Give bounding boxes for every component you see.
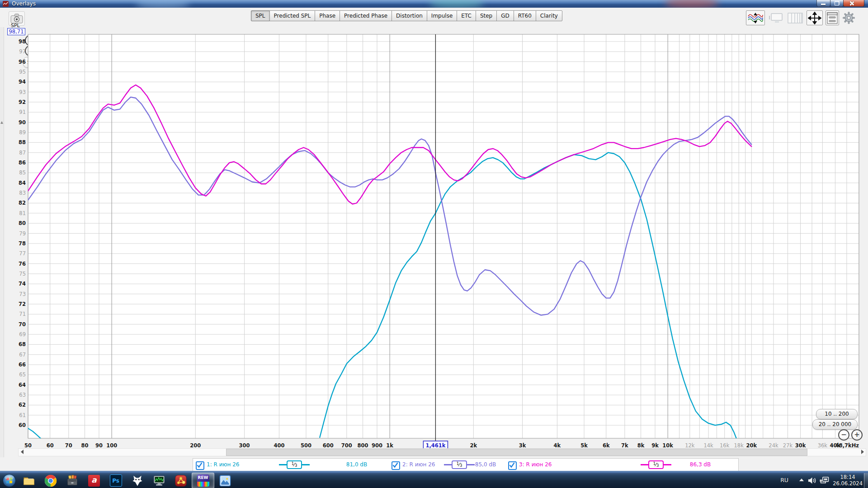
tab-gd[interactable]: GD: [496, 10, 514, 21]
amd-icon: a: [88, 475, 100, 487]
range-10-200-button[interactable]: 10 .. 200: [816, 409, 858, 419]
trace-1-smoothing-badge[interactable]: 1⁄3: [279, 460, 310, 469]
trace-2-name[interactable]: 2: R июн 26: [402, 461, 435, 468]
cursor-frequency-label: 1,461k: [425, 442, 445, 449]
toolbar: SPLPredicted SPLPhasePredicted PhaseDist…: [0, 8, 868, 27]
graph-limits-button[interactable]: [826, 10, 839, 25]
x-axis-tick-label: 20k: [746, 442, 757, 449]
y-axis-tick-label: 78: [19, 240, 26, 247]
trace-3-name[interactable]: 3: R июн 26: [519, 461, 552, 468]
minimize-button[interactable]: [816, 0, 830, 7]
tab-distortion[interactable]: Distortion: [392, 10, 427, 21]
graph-area: SPL 98,71 + − SPL 9897969594939291908988…: [0, 27, 868, 457]
taskbar-app-rew[interactable]: REW: [192, 473, 214, 488]
pan-mode-button[interactable]: [807, 10, 823, 25]
x-axis-tick-label: 18k: [734, 442, 744, 449]
spl-chart[interactable]: 9897969594939291908988878685848382818079…: [14, 27, 865, 457]
language-indicator[interactable]: RU: [780, 477, 788, 483]
y-axis-tick-label: 63: [19, 392, 26, 398]
zoom-in-x-button[interactable]: +: [851, 429, 863, 441]
frequency-scrollbar[interactable]: [18, 448, 866, 456]
close-button[interactable]: [843, 0, 864, 7]
range-20-20000-button[interactable]: 20 .. 20 000: [812, 419, 858, 430]
x-axis-tick-label: 24k: [769, 442, 778, 449]
network-icon[interactable]: [819, 477, 829, 484]
y-axis-tick-label: 64: [19, 382, 26, 388]
trace-1-checkbox[interactable]: [196, 461, 204, 470]
y-axis-tick-label: 61: [19, 412, 26, 418]
taskbar-app-image-viewer[interactable]: [214, 473, 236, 488]
scrollbar-thumb[interactable]: [226, 449, 807, 456]
taskbar-app-explorer[interactable]: [18, 473, 40, 488]
x-axis-tick-label: 7k: [621, 442, 628, 449]
thumbnail-view-button[interactable]: [768, 11, 784, 25]
tab-predicted-phase[interactable]: Predicted Phase: [340, 10, 392, 21]
trace-3-smoothing-badge[interactable]: 1⁄3: [641, 460, 671, 469]
x-axis-tick-label: 600: [323, 442, 334, 449]
trace-3-checkbox[interactable]: [508, 461, 517, 470]
photoshop-icon: Ps: [110, 474, 122, 487]
tray-time: 18:14: [833, 474, 863, 480]
taskbar-app-foobar[interactable]: [127, 473, 148, 488]
y-axis-tick-label: 72: [19, 301, 26, 307]
tab-etc[interactable]: ETC: [457, 10, 476, 21]
window-title: Overlays: [12, 0, 36, 7]
frequency-bands-button[interactable]: [787, 11, 804, 25]
check-icon: [509, 462, 515, 468]
volume-icon[interactable]: [807, 477, 817, 484]
scroll-right-icon[interactable]: [859, 449, 866, 455]
pan-arrows-icon: [808, 12, 821, 24]
taskbar-app-file-cabinet[interactable]: [61, 473, 83, 488]
y-axis-tick-label: 97: [19, 48, 26, 55]
zoom-out-x-button[interactable]: −: [838, 429, 849, 441]
tab-clarity[interactable]: Clarity: [536, 10, 562, 21]
trace-2-checkbox[interactable]: [392, 461, 400, 470]
y-axis-tick-label: 98: [19, 38, 26, 45]
scroll-left-icon[interactable]: [19, 449, 25, 455]
tab-phase[interactable]: Phase: [315, 10, 340, 21]
trace-1-cursor-value: 81,0 dB: [334, 461, 379, 468]
taskbar-app-audio-analyzer[interactable]: [148, 473, 170, 488]
divider-grip-icon: [0, 121, 3, 124]
check-icon: [197, 462, 203, 468]
tab-impulse[interactable]: Impulse: [427, 10, 457, 21]
align-traces-button[interactable]: [746, 10, 765, 25]
taskbar-app-photoshop[interactable]: Ps: [105, 473, 127, 488]
x-axis-tick-label: 2k: [470, 442, 477, 449]
x-axis-tick-label: 14k: [703, 442, 713, 449]
start-button[interactable]: [0, 473, 18, 488]
y-axis-tick-label: 79: [19, 230, 26, 237]
x-axis-tick-label: 48,7kHz: [835, 442, 859, 449]
tab-step[interactable]: Step: [476, 10, 497, 21]
y-axis-tick-label: 89: [19, 129, 26, 136]
show-desktop-button[interactable]: [864, 473, 868, 488]
measurement-legend: 1: R июн 261⁄381,0 dB2: R июн 261⁄385,0 …: [193, 458, 739, 472]
trace-1-name[interactable]: 1: R июн 26: [207, 461, 239, 468]
clock[interactable]: 18:14 26.06.2024: [833, 474, 863, 487]
y-axis-tick-label: 75: [19, 271, 26, 277]
settings-button[interactable]: [842, 11, 856, 25]
tray-expand-icon[interactable]: [799, 479, 804, 481]
x-axis-tick-label: 700: [341, 442, 352, 449]
minimize-icon: [821, 4, 826, 5]
taskbar-app-molecule-app[interactable]: [170, 473, 192, 488]
tab-spl[interactable]: SPL: [251, 10, 270, 21]
taskbar-app-chrome[interactable]: [40, 473, 61, 488]
x-axis-tick-label: 30k: [795, 442, 806, 449]
x-axis-tick-label: 6k: [603, 442, 610, 449]
x-axis-tick-label: 5k: [580, 442, 588, 449]
y-axis-tick-label: 90: [19, 119, 26, 126]
splitpane-divider[interactable]: [0, 27, 4, 457]
tab-predicted-spl[interactable]: Predicted SPL: [269, 10, 316, 21]
restore-button[interactable]: [830, 0, 844, 7]
x-axis-tick-label: 1k: [386, 442, 393, 449]
monitor-icon: [769, 12, 783, 24]
chrome-icon: [44, 474, 57, 487]
tab-rt60[interactable]: RT60: [514, 10, 536, 21]
file-cabinet-icon: [66, 474, 79, 487]
taskbar-app-amd[interactable]: a: [83, 473, 105, 488]
windows-start-icon: [2, 474, 16, 488]
foobar-icon: [131, 474, 144, 487]
x-axis-tick-label: 300: [239, 442, 250, 449]
y-axis-tick-label: 67: [19, 352, 26, 358]
